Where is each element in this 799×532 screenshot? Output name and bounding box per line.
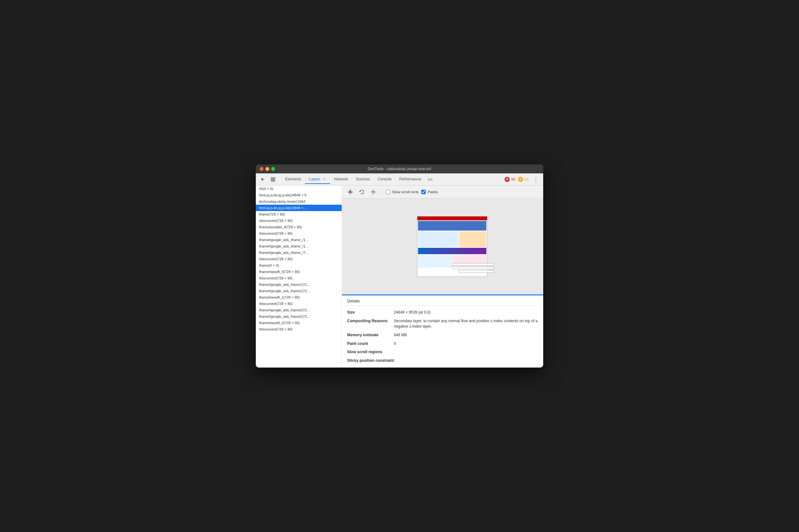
tabbar: Elements Layers ✕ Network Sources Consol…	[256, 173, 543, 186]
layer-item[interactable]: iframe#aswift_1(728 × 90)	[256, 294, 342, 301]
details-label: Slow scroll regions	[347, 349, 388, 355]
warning-count: 13	[525, 177, 529, 182]
maximize-button[interactable]	[271, 167, 275, 171]
site-ad-banner	[418, 248, 487, 254]
layer-item[interactable]: iframe(0 × 0)	[256, 262, 342, 269]
details-row: Paint count4	[347, 339, 538, 348]
warning-icon: ⚠	[518, 177, 523, 182]
site-footer-left	[418, 255, 452, 268]
right-panel: Slow scroll rects Paints	[342, 186, 543, 367]
svg-rect-0	[271, 177, 273, 179]
svg-rect-3	[273, 180, 275, 182]
layer-item[interactable]: html.jq.js.kb.jq.js.kb(24848 × 9	[256, 192, 342, 198]
layer-item[interactable]: iframe#google_ads_iframe_/1…	[256, 236, 342, 243]
pan-tool-button[interactable]	[346, 187, 355, 196]
close-button[interactable]	[260, 167, 264, 171]
tab-close-layers[interactable]: ✕	[322, 177, 326, 182]
details-value: 4	[394, 341, 396, 346]
layer-item[interactable]: iframe#postbid_if(728 × 90)	[256, 224, 342, 230]
devtools-icons	[258, 175, 278, 184]
slow-scroll-checkbox[interactable]	[386, 190, 390, 194]
move-tool-button[interactable]	[369, 187, 378, 196]
layer-item[interactable]: #document(728 × 90)	[256, 326, 342, 332]
error-count: 36	[511, 177, 515, 182]
paints-toggle[interactable]: Paints	[421, 190, 438, 194]
details-value: 948 MB	[394, 332, 407, 338]
details-label: Paint count	[347, 341, 388, 346]
tab-performance[interactable]: Performance	[395, 175, 425, 184]
layer-item[interactable]: #5(0 × 0)	[256, 186, 342, 192]
layer-item[interactable]: #document(728 × 90)	[256, 230, 342, 236]
window-title: DevTools - nationalrail.umaar.now.sh/	[368, 167, 432, 171]
layer-item[interactable]: div#onetag-sticky-footer(1664	[256, 198, 342, 205]
layer-item[interactable]: #document(728 × 90)	[256, 275, 342, 281]
devtools-menu-button[interactable]: ⋮	[531, 176, 541, 183]
layer-item[interactable]: #document(728 × 90)	[256, 217, 342, 224]
layer-bar-1	[452, 263, 494, 266]
site-nav-bar	[418, 221, 487, 231]
main-content: #5(0 × 0)html.jq.js.kb.jq.js.kb(24848 × …	[256, 186, 543, 367]
site-main-section	[418, 231, 487, 247]
details-header: Details	[342, 296, 543, 306]
details-value: 24848 × 9539 (at 0,0)	[394, 310, 431, 315]
layer-item[interactable]: html.jq.js.kb.jq.js.kb(24848 × …	[256, 205, 342, 211]
site-footer-right	[453, 255, 487, 268]
layer-item[interactable]: iframe#aswift_0(728 × 90)	[256, 269, 342, 275]
error-badge: ✕ 36	[505, 177, 515, 182]
layer-item[interactable]: iframe#google_ads_frame2(72…	[256, 313, 342, 320]
paints-label: Paints	[427, 190, 438, 194]
warning-badge: ⚠ 13	[518, 177, 529, 182]
site-main-right	[459, 231, 487, 247]
titlebar: DevTools - nationalrail.umaar.now.sh/	[256, 165, 543, 173]
layer-item[interactable]: iframe#google_ads_frame2(72…	[256, 307, 342, 313]
minimize-button[interactable]	[265, 167, 269, 171]
details-row: Sticky position constraint	[347, 356, 538, 365]
site-footer-section	[418, 255, 487, 268]
layer-item[interactable]: iframe#google_ads_iframe_/7…	[256, 249, 342, 256]
traffic-lights	[260, 167, 275, 171]
tab-network[interactable]: Network	[330, 175, 352, 184]
details-row: Memory estimate948 MB	[347, 331, 538, 339]
error-icon: ✕	[505, 177, 510, 182]
layer-item[interactable]: iframe#google_ads_frame1(72…	[256, 288, 342, 294]
layer-item[interactable]: #document(728 × 90)	[256, 256, 342, 262]
details-label: Size	[347, 310, 388, 315]
svg-rect-2	[271, 180, 273, 182]
reset-view-button[interactable]	[357, 187, 366, 196]
details-table: Size24848 × 9539 (at 0,0)Compositing Rea…	[342, 306, 543, 367]
layer-bar-3	[459, 270, 494, 273]
layers-toolbar: Slow scroll rects Paints	[342, 186, 543, 198]
toolbar-separator	[382, 189, 382, 195]
tab-layers[interactable]: Layers ✕	[305, 175, 330, 184]
layer-item[interactable]: iframe#aswift_0(728 × 90)	[256, 320, 342, 326]
tab-sources[interactable]: Sources	[352, 175, 374, 184]
svg-rect-9	[373, 191, 374, 193]
details-panel: Details Size24848 × 9539 (at 0,0)Composi…	[342, 294, 543, 367]
details-label: Compositing Reasons	[347, 318, 388, 329]
details-label: Sticky position constraint	[347, 358, 394, 363]
details-row: Slow scroll regions	[347, 348, 538, 356]
svg-rect-1	[273, 177, 275, 179]
tab-console[interactable]: Console	[374, 175, 395, 184]
devtools-window: DevTools - nationalrail.umaar.now.sh/ El…	[256, 165, 543, 367]
tab-elements[interactable]: Elements	[281, 175, 305, 184]
more-tabs-button[interactable]: >>	[425, 176, 435, 183]
layer-item[interactable]: iframe(728 × 90)	[256, 211, 342, 217]
details-row: Size24848 × 9539 (at 0,0)	[347, 308, 538, 317]
details-label: Memory estimate	[347, 332, 388, 338]
layer-bar-2	[452, 267, 494, 269]
layers-panel[interactable]: #5(0 × 0)html.jq.js.kb.jq.js.kb(24848 × …	[256, 186, 342, 367]
inspect-icon[interactable]	[269, 175, 278, 184]
layer-item[interactable]: #document(728 × 90)	[256, 301, 342, 307]
layer-item[interactable]: iframe#google_ads_iframe_/1…	[256, 243, 342, 249]
slow-scroll-label: Slow scroll rects	[392, 190, 419, 194]
paints-checkbox[interactable]	[421, 190, 426, 194]
site-header-bar	[417, 216, 487, 220]
details-value: Secondary layer, to contain any normal f…	[394, 318, 538, 329]
layers-visualization[interactable]	[342, 198, 543, 294]
cursor-icon[interactable]	[258, 175, 267, 184]
layer-item[interactable]: iframe#google_ads_frame1(72…	[256, 281, 342, 288]
site-main-left	[418, 231, 459, 247]
tabbar-right: ✕ 36 ⚠ 13 ⋮	[505, 176, 541, 183]
slow-scroll-toggle[interactable]: Slow scroll rects	[386, 190, 419, 194]
